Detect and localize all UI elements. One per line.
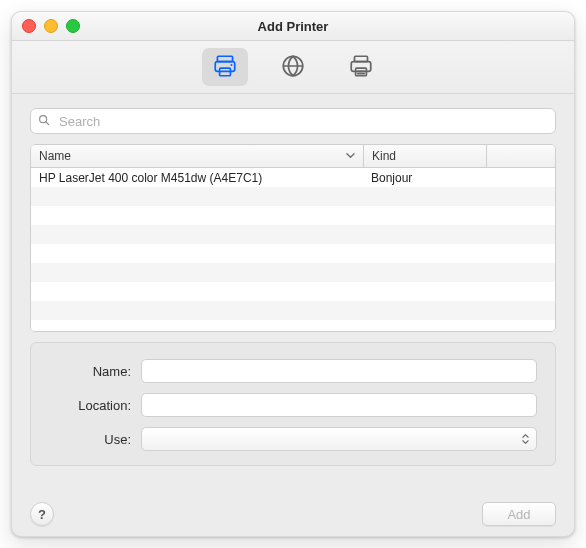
printer-table: Name Kind HP LaserJet 400 color M451dw (… — [30, 144, 556, 332]
advanced-printer-icon — [348, 53, 374, 82]
table-row — [31, 282, 555, 301]
table-row — [31, 187, 555, 206]
footer: ? Add — [12, 494, 574, 536]
help-button[interactable]: ? — [30, 502, 54, 526]
window-controls — [22, 19, 80, 33]
svg-rect-1 — [215, 61, 235, 71]
table-header: Name Kind — [31, 145, 555, 168]
help-icon: ? — [38, 507, 46, 522]
add-printer-window: Add Printer — [11, 11, 575, 537]
content-area: Name Kind HP LaserJet 400 color M451dw (… — [12, 94, 574, 494]
table-body[interactable]: HP LaserJet 400 color M451dw (A4E7C1)Bon… — [31, 168, 555, 331]
table-row — [31, 225, 555, 244]
details-panel: Name: Location: Use: — [30, 342, 556, 466]
column-header-name[interactable]: Name — [31, 145, 364, 167]
window-title: Add Printer — [12, 19, 574, 34]
use-select[interactable] — [141, 427, 537, 451]
table-row — [31, 244, 555, 263]
location-field[interactable] — [141, 393, 537, 417]
search-icon — [37, 113, 51, 130]
table-row — [31, 301, 555, 320]
table-row — [31, 263, 555, 282]
cell-name: HP LaserJet 400 color M451dw (A4E7C1) — [31, 171, 363, 185]
sort-chevron-icon — [346, 149, 355, 163]
use-label: Use: — [45, 432, 131, 447]
table-row — [31, 206, 555, 225]
close-icon[interactable] — [22, 19, 36, 33]
globe-icon — [280, 53, 306, 82]
name-field[interactable] — [141, 359, 537, 383]
column-header-kind[interactable]: Kind — [364, 145, 487, 167]
svg-point-3 — [231, 63, 233, 65]
column-header-spare — [487, 145, 555, 167]
cell-kind: Bonjour — [363, 171, 485, 185]
tab-ip-printer[interactable] — [270, 48, 316, 86]
name-label: Name: — [45, 364, 131, 379]
minimize-icon[interactable] — [44, 19, 58, 33]
svg-rect-6 — [351, 61, 371, 71]
table-row[interactable]: HP LaserJet 400 color M451dw (A4E7C1)Bon… — [31, 168, 555, 187]
select-chevron-icon — [521, 432, 530, 446]
table-row — [31, 320, 555, 331]
zoom-icon[interactable] — [66, 19, 80, 33]
search-field[interactable] — [30, 108, 556, 134]
search-input[interactable] — [57, 113, 549, 130]
printer-icon — [212, 53, 238, 82]
tab-windows-printer[interactable] — [338, 48, 384, 86]
column-header-kind-label: Kind — [372, 149, 396, 163]
add-button-label: Add — [507, 507, 530, 522]
add-button[interactable]: Add — [482, 502, 556, 526]
location-label: Location: — [45, 398, 131, 413]
tab-default-printer[interactable] — [202, 48, 248, 86]
titlebar: Add Printer — [12, 12, 574, 41]
source-toolbar — [12, 41, 574, 94]
column-header-name-label: Name — [39, 149, 71, 163]
